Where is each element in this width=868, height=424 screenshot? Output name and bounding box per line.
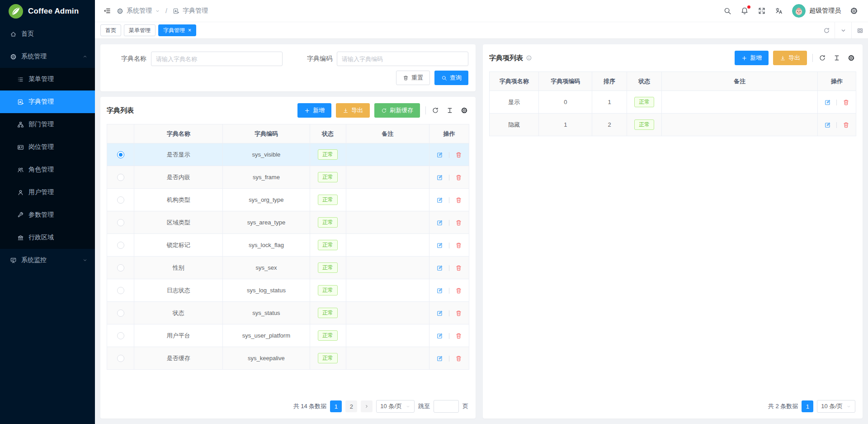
edit-icon[interactable]	[436, 265, 443, 272]
add-dict-button[interactable]: 新增	[297, 103, 331, 118]
row-radio[interactable]	[117, 219, 124, 226]
sidebar-item-post-mgmt[interactable]: 岗位管理	[0, 136, 95, 158]
sidebar-item-param-mgmt[interactable]: 参数管理	[0, 204, 95, 226]
edit-icon[interactable]	[436, 333, 443, 339]
delete-icon[interactable]	[843, 99, 849, 106]
sidebar-item-region-mgmt[interactable]: 行政区域	[0, 226, 95, 249]
dict-item-pagination: 共 2 条数据 1 10 条/页	[489, 394, 856, 419]
row-radio[interactable]	[117, 196, 124, 204]
export-dict-button[interactable]: 导出	[336, 103, 370, 118]
status-badge: 正常	[318, 195, 338, 205]
sidebar-item-home[interactable]: 首页	[0, 23, 95, 45]
table-row[interactable]: 机构类型 sys_org_type 正常	[107, 189, 469, 211]
settings-gear-icon[interactable]	[850, 7, 858, 15]
sidebar-item-menu-mgmt[interactable]: 菜单管理	[0, 68, 95, 91]
jump-page-input[interactable]	[434, 400, 459, 413]
table-row[interactable]: 隐藏 1 2 正常	[490, 114, 856, 136]
edit-icon[interactable]	[436, 242, 443, 249]
row-radio[interactable]	[117, 355, 124, 362]
page-button-1[interactable]: 1	[330, 400, 342, 412]
row-radio[interactable]	[117, 332, 124, 339]
delete-icon[interactable]	[455, 310, 462, 317]
edit-icon[interactable]	[824, 99, 831, 106]
column-settings-gear-icon[interactable]	[846, 53, 856, 63]
table-row[interactable]: 状态 sys_status 正常	[107, 302, 469, 324]
query-button[interactable]: 查询	[434, 71, 468, 85]
edit-icon[interactable]	[436, 197, 443, 204]
next-page-button[interactable]	[361, 400, 373, 412]
tab-home[interactable]: 首页	[100, 24, 121, 36]
row-radio[interactable]	[117, 310, 124, 317]
table-row[interactable]: 是否缓存 sys_keepalive 正常	[107, 347, 469, 370]
user-menu[interactable]: 超级管理员	[792, 4, 841, 18]
row-radio[interactable]	[117, 242, 124, 249]
page-button-2[interactable]: 2	[345, 400, 357, 412]
dict-code-input[interactable]	[337, 52, 468, 66]
delete-icon[interactable]	[455, 174, 462, 181]
table-row[interactable]: 用户平台 sys_user_platform 正常	[107, 324, 469, 347]
tab-menu-mgmt[interactable]: 菜单管理	[124, 24, 156, 36]
table-row[interactable]: 锁定标记 sys_lock_flag 正常	[107, 234, 469, 257]
dict-name-input[interactable]	[151, 52, 283, 66]
tab-dict-mgmt[interactable]: 字典管理×	[158, 24, 196, 36]
edit-icon[interactable]	[436, 152, 443, 158]
delete-icon[interactable]	[455, 242, 462, 249]
breadcrumb-parent[interactable]: 系统管理	[117, 7, 160, 15]
edit-icon[interactable]	[436, 355, 443, 362]
row-radio[interactable]	[117, 151, 124, 158]
delete-icon[interactable]	[455, 152, 462, 158]
delete-icon[interactable]	[455, 219, 462, 226]
refresh-table-icon[interactable]	[817, 53, 827, 63]
sidebar-item-system-mgmt[interactable]: 系统管理	[0, 45, 95, 68]
sidebar-item-dept-mgmt[interactable]: 部门管理	[0, 113, 95, 136]
sidebar-item-role-mgmt[interactable]: 角色管理	[0, 158, 95, 181]
row-radio[interactable]	[117, 287, 124, 294]
edit-icon[interactable]	[436, 219, 443, 226]
delete-icon[interactable]	[455, 197, 462, 204]
row-radio[interactable]	[117, 264, 124, 272]
delete-icon[interactable]	[455, 287, 462, 294]
tab-options-chevron-icon[interactable]	[835, 22, 851, 38]
table-row[interactable]: 显示 0 1 正常	[490, 91, 856, 114]
table-row[interactable]: 是否内嵌 sys_frame 正常	[107, 166, 469, 189]
collapse-sidebar-icon[interactable]	[103, 7, 111, 15]
app-title: Coffee Admin	[28, 7, 79, 16]
row-density-icon[interactable]	[445, 105, 455, 115]
refresh-cache-button[interactable]: 刷新缓存	[374, 103, 420, 118]
refresh-page-icon[interactable]	[818, 22, 835, 38]
edit-icon[interactable]	[436, 174, 443, 181]
row-radio[interactable]	[117, 174, 124, 181]
notification-bell-icon[interactable]	[741, 7, 749, 15]
page-size-select[interactable]: 10 条/页	[376, 400, 415, 413]
info-icon[interactable]	[526, 55, 532, 61]
row-density-icon[interactable]	[832, 53, 842, 63]
maximize-content-icon[interactable]	[852, 22, 868, 38]
delete-icon[interactable]	[455, 355, 462, 362]
delete-icon[interactable]	[455, 333, 462, 339]
export-dict-item-button[interactable]: 导出	[773, 51, 807, 65]
delete-icon[interactable]	[455, 265, 462, 272]
table-row[interactable]: 是否显示 sys_visible 正常	[107, 143, 469, 166]
refresh-table-icon[interactable]	[430, 105, 440, 115]
sidebar-item-dict-mgmt[interactable]: 字典管理	[0, 91, 95, 113]
edit-icon[interactable]	[436, 310, 443, 317]
translate-icon[interactable]	[775, 7, 783, 15]
sidebar-item-user-mgmt[interactable]: 用户管理	[0, 181, 95, 204]
fullscreen-icon[interactable]	[758, 7, 766, 15]
page-button-1[interactable]: 1	[802, 400, 813, 412]
column-settings-gear-icon[interactable]	[459, 105, 469, 115]
search-icon[interactable]	[723, 7, 731, 15]
table-row[interactable]: 区域类型 sys_area_type 正常	[107, 211, 469, 234]
delete-icon[interactable]	[843, 122, 849, 129]
add-dict-item-button[interactable]: 新增	[735, 51, 769, 65]
reset-button[interactable]: 重置	[396, 71, 430, 85]
item-code-cell: 1	[539, 114, 592, 136]
table-row[interactable]: 日志状态 sys_log_status 正常	[107, 279, 469, 302]
edit-icon[interactable]	[824, 122, 831, 129]
close-tab-icon[interactable]: ×	[188, 28, 191, 33]
edit-icon[interactable]	[436, 287, 443, 294]
app-logo[interactable]: Coffee Admin	[0, 0, 95, 23]
sidebar-item-monitor[interactable]: 系统监控	[0, 249, 95, 272]
page-size-select[interactable]: 10 条/页	[817, 400, 855, 413]
table-row[interactable]: 性别 sys_sex 正常	[107, 257, 469, 279]
